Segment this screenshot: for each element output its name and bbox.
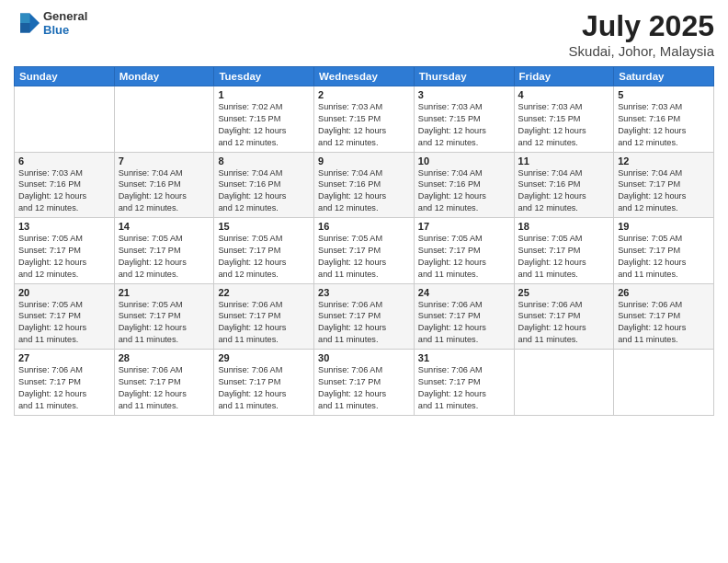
calendar-week-row: 6Sunrise: 7:03 AM Sunset: 7:16 PM Daylig… (15, 152, 714, 218)
calendar-cell (114, 86, 214, 153)
day-info: Sunrise: 7:05 AM Sunset: 7:17 PM Dayligh… (18, 299, 110, 347)
logo-line1: General (43, 9, 87, 23)
day-number: 15 (218, 221, 310, 232)
day-info: Sunrise: 7:05 AM Sunset: 7:17 PM Dayligh… (119, 299, 210, 347)
day-info: Sunrise: 7:05 AM Sunset: 7:17 PM Dayligh… (18, 233, 110, 281)
day-number: 3 (418, 89, 510, 100)
day-number: 28 (119, 352, 210, 363)
day-number: 5 (618, 89, 710, 100)
calendar-cell: 17Sunrise: 7:05 AM Sunset: 7:17 PM Dayli… (414, 218, 514, 284)
weekday-header: Thursday (414, 67, 514, 86)
day-info: Sunrise: 7:06 AM Sunset: 7:17 PM Dayligh… (218, 299, 310, 347)
day-info: Sunrise: 7:06 AM Sunset: 7:17 PM Dayligh… (318, 364, 410, 412)
calendar-cell: 27Sunrise: 7:06 AM Sunset: 7:17 PM Dayli… (15, 350, 115, 416)
day-info: Sunrise: 7:03 AM Sunset: 7:16 PM Dayligh… (618, 101, 710, 149)
day-number: 14 (119, 221, 210, 232)
day-number: 11 (518, 155, 610, 167)
day-info: Sunrise: 7:06 AM Sunset: 7:17 PM Dayligh… (318, 299, 410, 347)
day-number: 12 (618, 155, 710, 167)
calendar-cell: 6Sunrise: 7:03 AM Sunset: 7:16 PM Daylig… (15, 152, 115, 218)
calendar-week-row: 27Sunrise: 7:06 AM Sunset: 7:17 PM Dayli… (15, 350, 714, 416)
day-info: Sunrise: 7:06 AM Sunset: 7:17 PM Dayligh… (218, 364, 310, 412)
day-number: 16 (318, 221, 410, 232)
weekday-header: Wednesday (314, 67, 415, 86)
day-number: 27 (18, 352, 110, 363)
calendar-cell: 10Sunrise: 7:04 AM Sunset: 7:16 PM Dayli… (414, 152, 514, 218)
calendar-cell: 16Sunrise: 7:05 AM Sunset: 7:17 PM Dayli… (314, 218, 415, 284)
day-info: Sunrise: 7:03 AM Sunset: 7:16 PM Dayligh… (18, 167, 110, 215)
calendar-cell: 15Sunrise: 7:05 AM Sunset: 7:17 PM Dayli… (214, 218, 314, 284)
day-number: 21 (119, 287, 210, 298)
calendar-week-row: 20Sunrise: 7:05 AM Sunset: 7:17 PM Dayli… (15, 283, 714, 350)
calendar-cell: 29Sunrise: 7:06 AM Sunset: 7:17 PM Dayli… (214, 350, 314, 416)
calendar-cell: 26Sunrise: 7:06 AM Sunset: 7:17 PM Dayli… (614, 283, 714, 350)
day-info: Sunrise: 7:04 AM Sunset: 7:17 PM Dayligh… (618, 167, 710, 215)
calendar-table: SundayMondayTuesdayWednesdayThursdayFrid… (14, 66, 714, 416)
weekday-header: Monday (114, 67, 214, 86)
calendar-cell: 18Sunrise: 7:05 AM Sunset: 7:17 PM Dayli… (514, 218, 614, 284)
calendar-cell: 21Sunrise: 7:05 AM Sunset: 7:17 PM Dayli… (114, 283, 214, 350)
day-number: 9 (318, 155, 410, 167)
day-info: Sunrise: 7:04 AM Sunset: 7:16 PM Dayligh… (318, 167, 410, 215)
day-number: 30 (318, 352, 410, 363)
day-info: Sunrise: 7:06 AM Sunset: 7:17 PM Dayligh… (119, 364, 210, 412)
weekday-header: Saturday (614, 67, 714, 86)
calendar-cell: 4Sunrise: 7:03 AM Sunset: 7:15 PM Daylig… (514, 86, 614, 153)
day-number: 2 (318, 89, 410, 100)
calendar-cell: 9Sunrise: 7:04 AM Sunset: 7:16 PM Daylig… (314, 152, 415, 218)
day-number: 6 (18, 155, 110, 167)
day-info: Sunrise: 7:05 AM Sunset: 7:17 PM Dayligh… (618, 233, 710, 281)
calendar-header-row: SundayMondayTuesdayWednesdayThursdayFrid… (15, 67, 714, 86)
day-info: Sunrise: 7:05 AM Sunset: 7:17 PM Dayligh… (318, 233, 410, 281)
day-number: 4 (518, 89, 610, 100)
title-block: July 2025 Skudai, Johor, Malaysia (569, 9, 714, 59)
calendar-cell: 28Sunrise: 7:06 AM Sunset: 7:17 PM Dayli… (114, 350, 214, 416)
calendar-cell (514, 350, 614, 416)
day-number: 1 (218, 89, 310, 100)
calendar-cell: 1Sunrise: 7:02 AM Sunset: 7:15 PM Daylig… (214, 86, 314, 153)
day-number: 24 (418, 287, 510, 298)
calendar-cell: 24Sunrise: 7:06 AM Sunset: 7:17 PM Dayli… (414, 283, 514, 350)
calendar-cell: 23Sunrise: 7:06 AM Sunset: 7:17 PM Dayli… (314, 283, 415, 350)
calendar-cell: 5Sunrise: 7:03 AM Sunset: 7:16 PM Daylig… (614, 86, 714, 153)
day-info: Sunrise: 7:06 AM Sunset: 7:17 PM Dayligh… (518, 299, 610, 347)
day-number: 20 (18, 287, 110, 298)
day-info: Sunrise: 7:04 AM Sunset: 7:16 PM Dayligh… (119, 167, 210, 215)
day-number: 23 (318, 287, 410, 298)
day-number: 26 (618, 287, 710, 298)
day-info: Sunrise: 7:05 AM Sunset: 7:17 PM Dayligh… (218, 233, 310, 281)
day-info: Sunrise: 7:06 AM Sunset: 7:17 PM Dayligh… (418, 364, 510, 412)
calendar-title: July 2025 (569, 9, 714, 43)
day-info: Sunrise: 7:05 AM Sunset: 7:17 PM Dayligh… (518, 233, 610, 281)
svg-marker-1 (20, 14, 30, 24)
page: General Blue July 2025 Skudai, Johor, Ma… (0, 0, 728, 563)
calendar-cell: 20Sunrise: 7:05 AM Sunset: 7:17 PM Dayli… (15, 283, 115, 350)
day-number: 10 (418, 155, 510, 167)
weekday-header: Sunday (15, 67, 115, 86)
logo-text: General Blue (43, 9, 87, 37)
header: General Blue July 2025 Skudai, Johor, Ma… (14, 9, 714, 59)
day-info: Sunrise: 7:02 AM Sunset: 7:15 PM Dayligh… (218, 101, 310, 149)
logo-icon (14, 10, 40, 36)
day-number: 13 (18, 221, 110, 232)
calendar-cell: 3Sunrise: 7:03 AM Sunset: 7:15 PM Daylig… (414, 86, 514, 153)
day-info: Sunrise: 7:03 AM Sunset: 7:15 PM Dayligh… (518, 101, 610, 149)
calendar-cell: 22Sunrise: 7:06 AM Sunset: 7:17 PM Dayli… (214, 283, 314, 350)
weekday-header: Tuesday (214, 67, 314, 86)
day-info: Sunrise: 7:03 AM Sunset: 7:15 PM Dayligh… (418, 101, 510, 149)
calendar-cell (614, 350, 714, 416)
day-number: 18 (518, 221, 610, 232)
day-info: Sunrise: 7:04 AM Sunset: 7:16 PM Dayligh… (418, 167, 510, 215)
logo: General Blue (14, 9, 87, 37)
day-number: 22 (218, 287, 310, 298)
calendar-cell: 19Sunrise: 7:05 AM Sunset: 7:17 PM Dayli… (614, 218, 714, 284)
calendar-cell: 30Sunrise: 7:06 AM Sunset: 7:17 PM Dayli… (314, 350, 415, 416)
day-number: 8 (218, 155, 310, 167)
calendar-subtitle: Skudai, Johor, Malaysia (569, 43, 714, 59)
day-number: 7 (119, 155, 210, 167)
calendar-cell: 14Sunrise: 7:05 AM Sunset: 7:17 PM Dayli… (114, 218, 214, 284)
svg-marker-2 (20, 23, 30, 33)
calendar-week-row: 13Sunrise: 7:05 AM Sunset: 7:17 PM Dayli… (15, 218, 714, 284)
day-number: 19 (618, 221, 710, 232)
calendar-cell: 25Sunrise: 7:06 AM Sunset: 7:17 PM Dayli… (514, 283, 614, 350)
